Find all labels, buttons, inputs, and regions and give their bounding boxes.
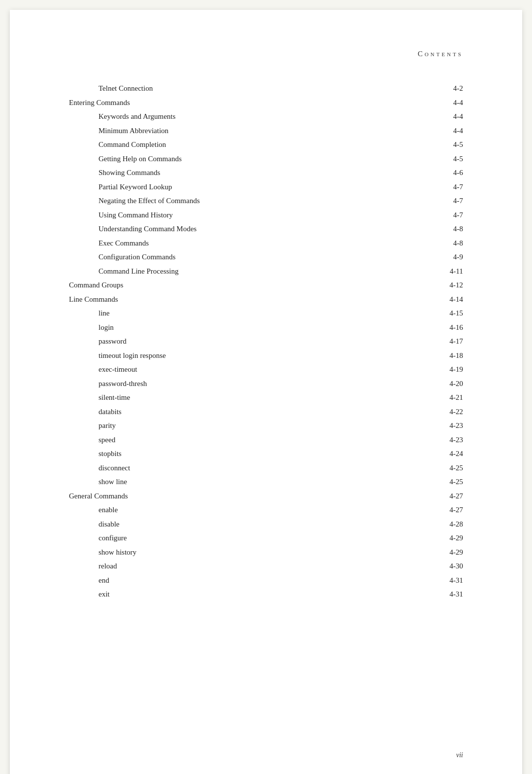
toc-dots <box>132 468 441 469</box>
toc-page: 4-29 <box>443 532 463 544</box>
toc-dots <box>162 173 441 174</box>
toc-label: Keywords and Arguments <box>99 111 175 122</box>
toc-entry: Keywords and Arguments4-4 <box>99 111 463 122</box>
toc-page: 4-23 <box>443 434 463 446</box>
header-title: Contents <box>418 50 463 58</box>
toc-label: enable <box>99 504 118 516</box>
toc-label: Showing Commands <box>99 167 160 178</box>
toc-page: 4-29 <box>443 547 463 558</box>
toc-entry: Showing Commands4-6 <box>99 167 463 178</box>
toc-label: Command Line Processing <box>99 266 178 277</box>
toc-dots <box>125 285 441 286</box>
toc-page: 4-21 <box>443 392 463 403</box>
toc-label: Configuration Commands <box>99 251 175 263</box>
toc-dots <box>129 482 441 483</box>
toc-entry: configure4-29 <box>99 532 463 544</box>
page: Contents Telnet Connection4-2Entering Co… <box>10 10 522 774</box>
toc-dots <box>177 257 441 258</box>
toc-dots <box>177 117 441 117</box>
toc-page: 4-12 <box>443 280 463 291</box>
toc-label: line <box>99 308 110 319</box>
toc-entry: Command Groups4-12 <box>69 280 463 291</box>
toc-page: 4-2 <box>443 83 463 94</box>
toc-page: 4-25 <box>443 462 463 474</box>
toc-label: General Commands <box>69 491 128 502</box>
toc-entry: end4-31 <box>99 575 463 586</box>
toc-entry: timeout login response4-18 <box>99 350 463 361</box>
toc-entry: login4-16 <box>99 322 463 333</box>
toc-dots <box>202 201 441 202</box>
toc-label: disable <box>99 519 120 530</box>
toc-entry: Minimum Abbreviation4-4 <box>99 125 463 137</box>
toc-page: 4-17 <box>443 336 463 347</box>
toc-dots <box>111 581 441 581</box>
toc-page: 4-6 <box>443 167 463 178</box>
toc-entry: Exec Commands4-8 <box>99 238 463 249</box>
toc-label: speed <box>99 434 115 446</box>
toc-dots <box>180 272 441 272</box>
toc-entry: Configuration Commands4-9 <box>99 251 463 263</box>
toc-label: disconnect <box>99 462 130 474</box>
toc-page: 4-5 <box>443 153 463 165</box>
toc-page: 4-9 <box>443 251 463 263</box>
toc-dots <box>155 89 441 89</box>
toc-dots <box>170 131 441 132</box>
toc-entry: Getting Help on Commands4-5 <box>99 153 463 165</box>
toc-label: show line <box>99 476 127 488</box>
toc-dots <box>175 215 441 216</box>
toc-dots <box>168 145 441 145</box>
toc-label: Getting Help on Commands <box>99 153 182 165</box>
toc-dots <box>112 314 442 314</box>
toc-page: 4-27 <box>443 504 463 516</box>
toc-dots <box>124 412 441 413</box>
toc-label: timeout login response <box>99 350 166 361</box>
toc-page: 4-4 <box>443 125 463 137</box>
toc-entry: stopbits4-24 <box>99 448 463 459</box>
toc-dots <box>168 356 441 356</box>
toc-dots <box>112 595 442 595</box>
toc-entry: Understanding Command Modes4-8 <box>99 223 463 235</box>
toc-label: end <box>99 575 109 586</box>
toc-entry: disconnect4-25 <box>99 462 463 474</box>
toc-entry: Telnet Connection4-2 <box>99 83 463 94</box>
toc-entry: exec-timeout4-19 <box>99 364 463 375</box>
toc-page: 4-7 <box>443 195 463 207</box>
toc-entry: password-thresh4-20 <box>99 378 463 389</box>
toc-label: stopbits <box>99 448 122 459</box>
toc-label: Command Groups <box>69 280 123 291</box>
toc-entry: Using Command History4-7 <box>99 210 463 221</box>
toc-entry: enable4-27 <box>99 504 463 516</box>
toc-page: 4-31 <box>443 589 463 600</box>
toc-entry: Command Completion4-5 <box>99 139 463 150</box>
toc-entry: show line4-25 <box>99 476 463 488</box>
toc-label: show history <box>99 547 136 558</box>
toc-dots <box>129 538 441 539</box>
toc-label: exit <box>99 589 110 600</box>
toc-page: 4-18 <box>443 350 463 361</box>
toc-label: Exec Commands <box>99 238 149 249</box>
toc-page: 4-30 <box>443 561 463 572</box>
toc-dots <box>139 370 441 370</box>
toc-dots <box>132 103 441 104</box>
toc-page: 4-31 <box>443 575 463 586</box>
toc-page: 4-7 <box>443 181 463 193</box>
toc-entry: databits4-22 <box>99 406 463 418</box>
toc-entry: Line Commands4-14 <box>69 294 463 305</box>
toc-page: 4-4 <box>443 111 463 122</box>
toc-entry: Negating the Effect of Commands4-7 <box>99 195 463 207</box>
toc-label: configure <box>99 532 127 544</box>
toc-entry: exit4-31 <box>99 589 463 600</box>
toc-dots <box>124 454 441 455</box>
toc-page: 4-7 <box>443 210 463 221</box>
toc-dots <box>199 229 441 230</box>
toc-label: Telnet Connection <box>99 83 153 94</box>
toc-label: exec-timeout <box>99 364 137 375</box>
toc-dots <box>120 510 441 511</box>
toc-label: password-thresh <box>99 378 147 389</box>
page-header: Contents <box>69 49 463 58</box>
toc-dots <box>130 496 441 497</box>
toc-dots <box>132 398 441 398</box>
toc-entry: line4-15 <box>99 308 463 319</box>
toc-dots <box>120 300 441 300</box>
toc-dots <box>184 159 441 160</box>
